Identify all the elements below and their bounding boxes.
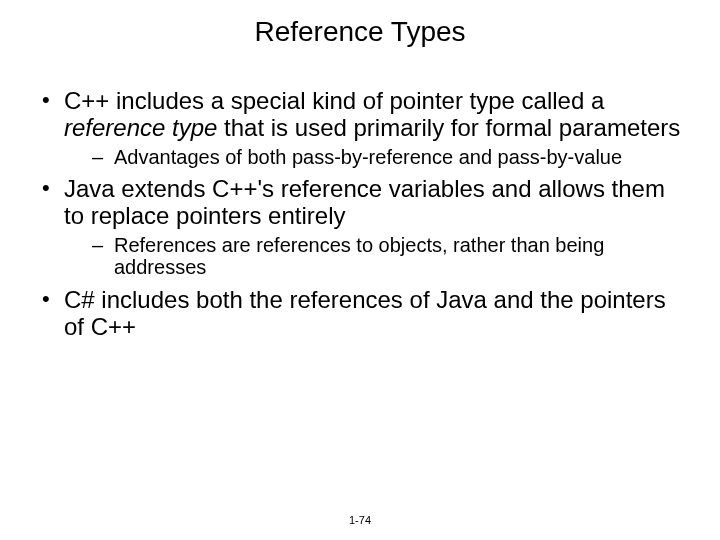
- bullet-1-text-pre: C++ includes a special kind of pointer t…: [64, 87, 604, 114]
- bullet-2: Java extends C++'s reference variables a…: [38, 176, 682, 279]
- page-number: 1-74: [0, 514, 720, 526]
- bullet-1-text-post: that is used primarily for formal parame…: [217, 114, 680, 141]
- bullet-3: C# includes both the references of Java …: [38, 287, 682, 341]
- bullet-3-text: C# includes both the references of Java …: [64, 286, 666, 340]
- bullet-1: C++ includes a special kind of pointer t…: [38, 88, 682, 168]
- bullet-1-sub: Advantages of both pass-by-reference and…: [92, 146, 682, 168]
- slide-body: C++ includes a special kind of pointer t…: [0, 88, 720, 340]
- bullet-2-sub: References are references to objects, ra…: [92, 234, 682, 279]
- bullet-2-text: Java extends C++'s reference variables a…: [64, 175, 665, 229]
- slide-title: Reference Types: [0, 0, 720, 88]
- bullet-1-text-ital: reference type: [64, 114, 217, 141]
